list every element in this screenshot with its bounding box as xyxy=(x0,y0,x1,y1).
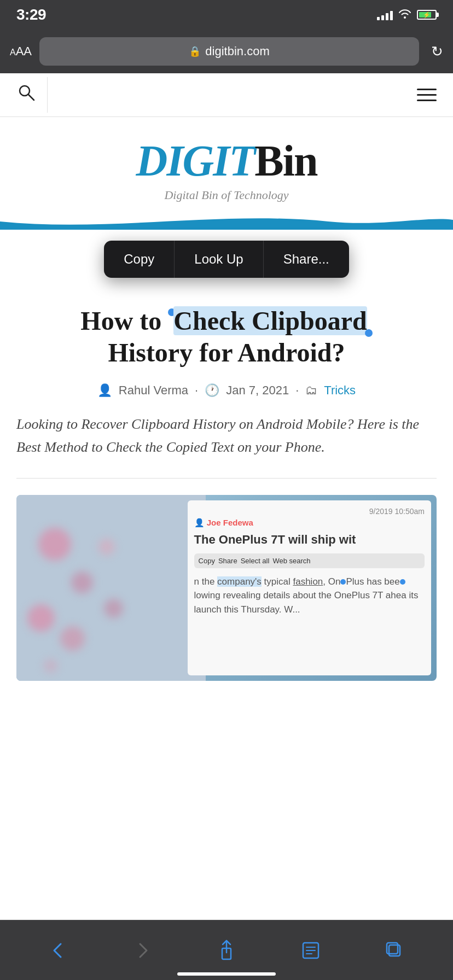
phone-headline: The OnePlus 7T will ship wit xyxy=(194,532,425,548)
article-meta: 👤 Rahul Verma · 🕐 Jan 7, 2021 · 🗂 Tricks xyxy=(16,383,437,398)
article-title-after: History for Android? xyxy=(108,338,345,367)
home-indicator xyxy=(177,972,276,976)
signal-icon xyxy=(377,9,393,20)
site-tagline: Digital Bin of Technology xyxy=(11,188,442,202)
forward-button[interactable] xyxy=(126,934,159,967)
aa-button[interactable]: AAA xyxy=(10,44,32,59)
logo-digit: DIGIT xyxy=(136,137,255,185)
article-title-highlighted: Check Clipboard xyxy=(173,306,367,335)
share-button[interactable] xyxy=(210,934,243,967)
back-button[interactable] xyxy=(42,934,75,967)
menu-button[interactable] xyxy=(411,83,442,107)
article-category[interactable]: Tricks xyxy=(324,383,356,398)
phone-web-search: Web search xyxy=(272,557,310,565)
phone-context-menu: Copy Share Select all Web search xyxy=(194,553,425,568)
phone-user: Joe Fedewa xyxy=(194,518,425,528)
article-image: 9/2019 10:50am Joe Fedewa The OnePlus 7T… xyxy=(16,495,437,681)
wifi-icon xyxy=(398,9,411,21)
phone-share: Share xyxy=(218,557,237,565)
browser-bar: AAA 🔒 digitbin.com ↻ xyxy=(0,30,453,73)
article-intro: Looking to Recover Clipboard History on … xyxy=(16,413,437,458)
status-bar: 3:29 ⚡ xyxy=(0,0,453,30)
phone-select-all: Select all xyxy=(241,557,270,565)
article-author: Rahul Verma xyxy=(119,383,188,398)
nav-bar xyxy=(0,73,453,117)
logo-bin: Bin xyxy=(254,137,317,185)
context-menu: Copy Look Up Share... xyxy=(0,241,453,278)
search-icon[interactable] xyxy=(11,77,48,113)
tabs-button[interactable] xyxy=(378,934,411,967)
phone-highlight: company's xyxy=(217,576,262,587)
status-time: 3:29 xyxy=(16,6,46,24)
phone-timestamp: 9/2019 10:50am xyxy=(194,507,425,516)
svg-line-1 xyxy=(28,95,34,100)
refresh-button[interactable]: ↻ xyxy=(431,43,443,60)
site-header: DIGITBin Digital Bin of Technology xyxy=(0,117,453,202)
bookmarks-button[interactable] xyxy=(294,934,327,967)
bokeh-background xyxy=(16,495,206,681)
context-menu-copy[interactable]: Copy xyxy=(104,241,174,278)
phone-copy: Copy xyxy=(199,557,215,565)
lock-icon: 🔒 xyxy=(189,45,201,57)
date-icon: 🕐 xyxy=(205,383,219,398)
article-divider xyxy=(16,478,437,479)
address-bar[interactable]: 🔒 digitbin.com xyxy=(39,37,419,66)
article-title: How to Check Clipboard History for Andro… xyxy=(16,305,437,368)
article-date: Jan 7, 2021 xyxy=(226,383,289,398)
selection-handle-right xyxy=(365,329,373,337)
article-section: How to Check Clipboard History for Andro… xyxy=(0,278,453,681)
battery-icon: ⚡ xyxy=(417,10,437,20)
phone-screenshot: 9/2019 10:50am Joe Fedewa The OnePlus 7T… xyxy=(188,500,431,675)
author-icon: 👤 xyxy=(97,383,112,398)
url-text: digitbin.com xyxy=(205,44,269,59)
status-icons: ⚡ xyxy=(377,9,437,21)
bottom-toolbar xyxy=(0,920,453,980)
phone-body: n the company's typical fashion, OnPlus … xyxy=(194,575,425,617)
context-menu-share[interactable]: Share... xyxy=(263,241,349,278)
category-icon: 🗂 xyxy=(305,383,317,398)
article-title-before: How to xyxy=(80,306,168,335)
site-logo: DIGITBin xyxy=(11,139,442,183)
context-menu-lookup[interactable]: Look Up xyxy=(174,241,263,278)
wave-divider xyxy=(0,213,453,230)
